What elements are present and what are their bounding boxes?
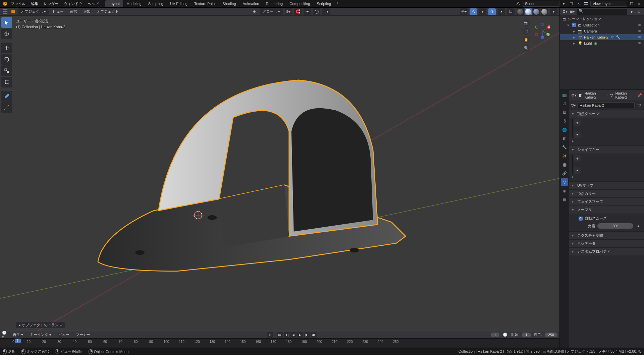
play-icon[interactable]: ▶ xyxy=(297,332,303,338)
autokey-toggle[interactable]: ● xyxy=(267,332,273,338)
auto-smooth-checkbox[interactable] xyxy=(579,217,583,221)
nav-zoom-icon[interactable]: 🔍 xyxy=(523,44,530,52)
3d-viewport[interactable]: ユーザー・透視投影 (1) Collection | Haikan Kaba-2… xyxy=(0,16,559,331)
end-frame-field[interactable]: 250 xyxy=(545,333,557,337)
pin-icon[interactable]: 📌 xyxy=(637,92,642,98)
tab-modeling[interactable]: Modeling xyxy=(123,0,145,7)
vertex-group-specials-button[interactable]: ▾ xyxy=(574,131,581,138)
tab-texture-paint[interactable]: Texture Paint xyxy=(191,0,219,7)
ptab-particles[interactable]: ✨ xyxy=(561,152,568,160)
ptab-texture[interactable]: ▦ xyxy=(561,196,568,203)
nav-perspective-icon[interactable]: ⬚ xyxy=(523,27,530,35)
panel-uv-maps[interactable]: ▸UVマップ xyxy=(569,182,644,189)
view-menu[interactable]: ビュー xyxy=(51,8,66,15)
panel-shape-keys[interactable]: ▾シェイプキー xyxy=(569,146,644,154)
proportional-toggle[interactable]: ◯ xyxy=(313,8,320,15)
visibility-eye-icon[interactable]: 👁 xyxy=(637,41,642,45)
shading-rendered-icon[interactable] xyxy=(541,8,548,15)
breadcrumb-object[interactable]: Haikan Kaba-2 xyxy=(584,91,604,99)
tool-move[interactable] xyxy=(1,43,12,53)
keyframe-prev-icon[interactable]: ⏴| xyxy=(284,332,290,338)
gizmo-dropdown[interactable]: ▾ xyxy=(479,8,486,15)
scene-name-field[interactable]: Scene xyxy=(523,1,559,7)
start-frame-field[interactable]: 1 xyxy=(522,333,531,337)
ptab-render[interactable]: 📺 xyxy=(561,91,568,99)
vertex-group-add-button[interactable]: ＋ xyxy=(574,119,581,126)
tool-measure[interactable] xyxy=(1,102,12,113)
tab-shading[interactable]: Shading xyxy=(219,0,239,7)
scene-browse-icon[interactable]: ▾ xyxy=(561,1,567,7)
current-frame-field[interactable]: 1 xyxy=(491,333,499,337)
panel-texture-space[interactable]: ▸テクスチャ空間 xyxy=(569,232,644,239)
tab-sculpting[interactable]: Sculpting xyxy=(145,0,167,7)
snap-toggle[interactable]: 🧲 xyxy=(294,8,302,15)
angle-animate-icon[interactable]: ● xyxy=(635,223,641,229)
ptab-material[interactable]: ◉ xyxy=(561,187,568,194)
use-preview-range-icon[interactable]: 🕓 xyxy=(502,332,508,338)
outliner-collection[interactable]: ▾ 🗀 Collection 👁 xyxy=(560,22,644,28)
editor-type-icon[interactable] xyxy=(2,9,8,15)
timeline-view-menu[interactable]: ビュー xyxy=(56,332,71,338)
shading-solid-icon[interactable] xyxy=(525,8,532,15)
proportional-dropdown[interactable]: ⌒▾ xyxy=(322,8,330,15)
ptab-physics[interactable]: ⬤ xyxy=(561,161,568,168)
pivot-dropdown[interactable]: ⊙▾ xyxy=(285,8,292,15)
marker-menu[interactable]: マーカー xyxy=(74,332,93,338)
vertex-group-list[interactable] xyxy=(572,119,573,138)
visibility-eye-icon[interactable]: 👁 xyxy=(637,35,642,39)
orientation-dropdown[interactable]: グロー… ▾ xyxy=(260,8,283,15)
shading-wireframe-icon[interactable] xyxy=(517,8,524,15)
tab-compositing[interactable]: Compositing xyxy=(286,0,313,7)
outliner-search[interactable]: 🔍 xyxy=(577,9,627,15)
snap-dropdown[interactable]: ▫▾ xyxy=(304,8,311,15)
playback-menu[interactable]: 再生 ▾ xyxy=(11,332,25,338)
ptab-modifiers[interactable]: 🔧 xyxy=(561,143,568,151)
shading-lookdev-icon[interactable] xyxy=(533,8,540,15)
menu-edit[interactable]: 編集 xyxy=(28,0,41,7)
nav-camera-icon[interactable]: 📷 xyxy=(523,19,530,26)
tab-uv-editing[interactable]: UV Editing xyxy=(167,0,191,7)
overlay-dropdown[interactable]: ▾ xyxy=(498,8,505,15)
scene-delete-icon[interactable]: × xyxy=(576,1,582,7)
outliner-item-light[interactable]: ▸ 💡 Light ◉ 👁 xyxy=(560,40,644,46)
gizmo-toggle[interactable] xyxy=(470,8,477,15)
shading-options-dropdown[interactable]: ▾ xyxy=(550,8,557,15)
tool-select-box[interactable] xyxy=(1,17,12,28)
operator-panel-collapsed[interactable]: ▸ オブジェクトのトランス xyxy=(16,322,65,328)
nav-pan-icon[interactable]: ✋ xyxy=(523,36,530,43)
outliner-new-collection-icon[interactable]: ☐ xyxy=(636,9,642,15)
tab-animation[interactable]: Animation xyxy=(239,0,263,7)
keying-menu[interactable]: キーイング ▾ xyxy=(28,332,53,338)
tool-scale[interactable] xyxy=(1,65,12,76)
jump-start-icon[interactable]: ⏮ xyxy=(277,332,283,338)
angle-field[interactable]: 30° xyxy=(597,223,633,229)
tab-scripting[interactable]: Scripting xyxy=(313,0,334,7)
shape-key-specials-button[interactable]: ▾ xyxy=(574,167,581,174)
panel-vertex-groups[interactable]: ▾頂点グループ xyxy=(569,110,644,118)
tab-layout[interactable]: Layout xyxy=(105,0,123,7)
shape-key-list[interactable] xyxy=(572,155,573,174)
data-name-input[interactable] xyxy=(577,102,635,108)
tab-rendering[interactable]: Rendering xyxy=(262,0,286,7)
tool-rotate[interactable] xyxy=(1,54,12,65)
add-workspace-button[interactable]: ＋ xyxy=(334,0,340,7)
panel-normals[interactable]: ▾ノーマル xyxy=(569,206,644,214)
ptab-world[interactable]: 🌐 xyxy=(561,126,568,133)
axis-gizmo[interactable]: X Y xyxy=(534,22,551,39)
panel-face-maps[interactable]: ▸フェイスマップ xyxy=(569,198,644,205)
visibility-eye-icon[interactable]: 👁 xyxy=(637,29,642,33)
add-menu[interactable]: 追加 xyxy=(81,8,93,15)
scene-new-icon[interactable]: ☐ xyxy=(568,1,574,7)
shape-key-add-button[interactable]: ＋ xyxy=(574,155,581,162)
select-menu[interactable]: 選択 xyxy=(68,8,79,15)
menu-render[interactable]: レンダー xyxy=(41,0,61,7)
outliner-display-mode-icon[interactable]: ☰▾ xyxy=(569,9,575,15)
visibility-eye-icon[interactable]: 👁 xyxy=(637,23,642,27)
jump-end-icon[interactable]: ⏭ xyxy=(311,332,317,338)
outliner-filter-icon[interactable]: ▼ xyxy=(629,9,635,15)
xray-toggle[interactable]: ☐ xyxy=(507,8,515,15)
overlay-toggle[interactable]: ◑ xyxy=(488,8,496,15)
panel-vertex-colors[interactable]: ▸頂点カラー xyxy=(569,190,644,197)
ptab-viewlayer[interactable]: 🖼 xyxy=(561,109,568,116)
outliner-item-camera[interactable]: ▸ 📷 Camera 👁 xyxy=(560,28,644,34)
